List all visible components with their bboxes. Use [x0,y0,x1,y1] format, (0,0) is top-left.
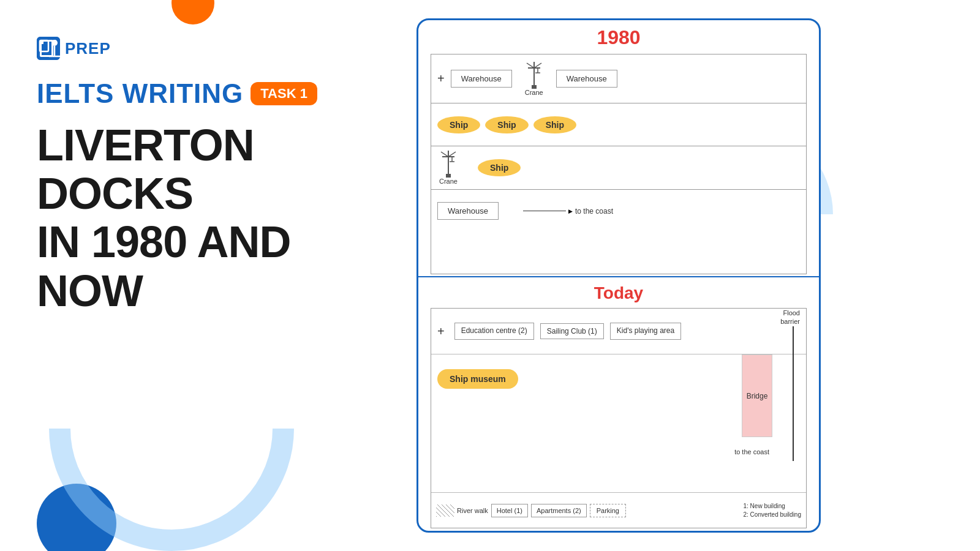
row3-today: to the coast [431,403,806,452]
row4-1980: Warehouse ▶ to the coast [431,189,806,232]
logo-icon [37,37,60,60]
map-today: + Education centre (2) Sailing Club (1) … [431,308,807,528]
legend-line1: 1: New building [743,502,801,511]
deco-blue-arc-bottom [49,306,294,551]
parking-box: Parking [590,504,626,517]
row4-today: River walk Hotel (1) Apartments (2) Park… [431,492,806,528]
to-coast-1980: to the coast [575,207,613,216]
legend: 1: New building 2: Converted building [743,502,801,519]
section-today: Today + Education centre (2) Sailing Clu… [418,277,819,533]
svg-line-8 [534,63,541,68]
hotel-box: Hotel (1) [491,504,528,517]
logo-text: PREP [65,39,111,58]
row2-today: Ship museum Bridge [431,354,806,403]
education-centre-box: Education centre (2) [454,323,534,340]
bridge-label: Bridge [747,392,768,400]
river-walk-label: River walk [457,507,488,514]
svg-rect-2 [40,40,43,44]
crane-icon-1980-top [523,62,545,89]
row2-1980: Ship Ship Ship [431,103,806,146]
diagonal-pattern [436,504,454,517]
apartments-box: Apartments (2) [531,504,587,517]
main-title: LIVERTON DOCKS IN 1980 AND NOW [37,121,380,315]
warehouse-right-1980: Warehouse [556,70,617,88]
ielts-line: IELTS WRITING TASK 1 [37,78,380,109]
legend-line2: 2: Converted building [743,511,801,519]
sailing-club-box: Sailing Club (1) [540,323,604,339]
ship-oval-3: Ship [533,116,576,133]
section-1980-title: 1980 [431,26,807,49]
svg-line-16 [441,152,448,157]
kids-playing-box: Kid's playing area [610,323,681,340]
title-line1: LIVERTON DOCKS [37,121,380,218]
ship-oval-2: Ship [485,116,528,133]
row3-1980: Crane Ship [431,146,806,189]
diagram-panel: 1980 + Warehouse Crane [417,18,821,533]
svg-line-15 [448,152,456,157]
left-panel: PREP IELTS WRITING TASK 1 LIVERTON DOCKS… [37,37,380,315]
ship-museum-oval: Ship museum [437,369,518,389]
svg-point-3 [51,40,58,46]
deco-orange-circle-top [172,0,214,24]
crane-label-left: Crane [439,178,458,185]
svg-rect-1 [40,40,48,51]
ship-oval-1: Ship [437,116,480,133]
warehouse-left-1980: Warehouse [451,70,512,88]
row1-1980: + Warehouse Crane Warehouse [431,54,806,103]
warehouse-mid-1980: Warehouse [437,202,499,220]
section-1980: 1980 + Warehouse Crane [418,20,819,277]
crane-icon-1980-left [437,151,459,178]
crane-label-top: Crane [525,89,543,96]
section-today-title: Today [431,283,807,303]
river-walk-area: River walk [436,504,488,517]
svg-line-9 [527,63,534,68]
logo-area: PREP [37,37,380,60]
title-line2: IN 1980 AND NOW [37,218,380,315]
row1-today: + Education centre (2) Sailing Club (1) … [431,309,806,354]
cross-symbol-today: + [437,324,445,339]
ielts-writing-label: IELTS WRITING [37,78,243,109]
map-1980: + Warehouse Crane Warehouse [431,54,807,274]
task1-badge: TASK 1 [251,82,317,105]
to-coast-today: to the coast [734,448,769,455]
cross-symbol-1980: + [437,72,445,86]
flood-barrier-label: Floodbarrier [780,309,800,326]
ship-oval-4: Ship [478,159,521,176]
